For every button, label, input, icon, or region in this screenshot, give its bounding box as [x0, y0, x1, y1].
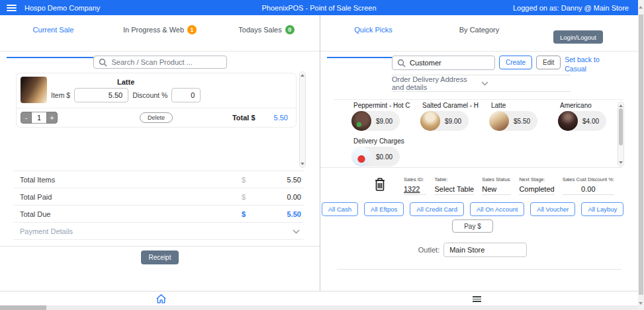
- cart-scroll-area: Latte Item $ Discount % - +: [0, 71, 320, 168]
- page-scrollbar[interactable]: [638, 0, 644, 310]
- delete-item-button[interactable]: Delete: [140, 112, 173, 123]
- product-latte: Latte $5.50: [489, 102, 558, 134]
- receipt-button[interactable]: Receipt: [141, 251, 179, 264]
- outlet-input[interactable]: [443, 243, 527, 257]
- order-delivery-section[interactable]: Order Delivery Address and details: [392, 75, 571, 92]
- tab-todays-sales[interactable]: Todays Sales 0: [213, 15, 320, 44]
- chevron-down-icon: [293, 227, 304, 235]
- all-on-account-button[interactable]: All On Account: [470, 202, 524, 216]
- qty-increase-button[interactable]: +: [46, 112, 58, 124]
- edit-customer-button[interactable]: Edit: [536, 56, 561, 69]
- section-divider: [334, 99, 623, 100]
- all-cash-button[interactable]: All Cash: [322, 202, 358, 216]
- in-progress-count-badge: 1: [187, 25, 197, 34]
- item-total-label: Total $: [232, 114, 255, 122]
- product-button[interactable]: $4.00: [558, 111, 606, 131]
- scroll-thumb[interactable]: [639, 15, 643, 295]
- product-image: [420, 111, 440, 131]
- sales-id-link[interactable]: 1322: [404, 185, 426, 195]
- search-icon: [397, 58, 406, 70]
- company-name: Hospo Demo Company: [24, 4, 100, 12]
- total-paid-value: 0.00: [276, 193, 304, 201]
- cust-discount-input[interactable]: 0.00: [563, 185, 614, 195]
- top-bar: Hospo Demo Company PhoenixPOS - Point of…: [0, 0, 638, 15]
- scroll-down-arrow[interactable]: [619, 161, 623, 164]
- section-divider: [320, 167, 622, 168]
- pos-app: Hospo Demo Company PhoenixPOS - Point of…: [0, 0, 644, 310]
- scroll-thumb[interactable]: [0, 305, 46, 310]
- todays-sales-count-badge: 0: [285, 25, 295, 34]
- product-search-input[interactable]: [93, 56, 227, 69]
- cust-discount-field: Sales Cust Discount %: 0.00: [563, 176, 614, 195]
- cart-scrollbar[interactable]: [299, 71, 306, 168]
- all-eftpos-button[interactable]: All Eftpos: [364, 202, 404, 216]
- payment-details-row[interactable]: Payment Details: [13, 223, 304, 240]
- outlet-row: Outlet:: [320, 243, 625, 257]
- horizontal-scrollbar[interactable]: [0, 305, 638, 310]
- outlet-label: Outlet:: [418, 246, 439, 254]
- item-price-input[interactable]: [74, 88, 128, 102]
- scroll-up-arrow[interactable]: [639, 6, 643, 9]
- next-stage-select[interactable]: Completed: [519, 185, 554, 195]
- customer-row: Create Edit Set back to Casual: [392, 56, 603, 73]
- customer-search-input[interactable]: [392, 56, 495, 70]
- product-button[interactable]: $9.00: [420, 111, 469, 131]
- item-price-label: Item $: [51, 91, 70, 99]
- currency-symbol: $: [242, 210, 276, 218]
- all-voucher-button[interactable]: All Voucher: [530, 202, 575, 216]
- product-americano: Americano $4.00: [558, 102, 627, 134]
- home-icon[interactable]: [156, 293, 167, 307]
- scroll-up-arrow[interactable]: [300, 74, 304, 77]
- sales-id-field: Sales ID: 1322: [404, 176, 426, 195]
- logged-on-status: Logged on as: Danny @ Main Store: [513, 4, 638, 12]
- total-due-value: 5.50: [276, 210, 304, 218]
- total-items-row: Total Items $ 5.50: [13, 171, 304, 188]
- total-due-row: Total Due $ 5.50: [13, 206, 304, 223]
- product-button[interactable]: $5.50: [489, 111, 537, 131]
- login-logout-button[interactable]: Login/Logout: [553, 30, 603, 44]
- left-tabs: Current Sale In Progress & Web 1 Todays …: [0, 15, 320, 44]
- next-stage-field: Next Stage: Completed: [519, 176, 554, 195]
- all-laybuy-button[interactable]: All Laybuy: [581, 202, 623, 216]
- products-scrollbar[interactable]: [618, 102, 624, 167]
- total-paid-row: Total Paid $ 0.00: [13, 188, 304, 206]
- quick-picks-panel: Quick Picks By Category Login/Logout Cre…: [320, 15, 638, 291]
- qty-decrease-button[interactable]: -: [21, 112, 32, 124]
- all-credit-card-button[interactable]: All Credit Card: [410, 202, 464, 216]
- tab-by-category[interactable]: By Category: [426, 15, 532, 44]
- product-delivery-charges: Delivery Charges $0.00: [351, 137, 420, 169]
- set-back-to-casual-link[interactable]: Set back to Casual: [565, 56, 603, 73]
- create-customer-button[interactable]: Create: [499, 56, 532, 69]
- section-divider: [337, 269, 621, 270]
- chevron-down-icon: [481, 79, 571, 87]
- current-sale-panel: Current Sale In Progress & Web 1 Todays …: [0, 15, 320, 291]
- totals-section: Total Items $ 5.50 Total Paid $ 0.00 Tot…: [13, 171, 304, 240]
- tabs-divider: [0, 51, 320, 52]
- tab-in-progress-web[interactable]: In Progress & Web 1: [107, 15, 213, 44]
- pay-button[interactable]: Pay $: [452, 219, 493, 233]
- scroll-down-arrow[interactable]: [639, 302, 643, 305]
- footer-bar: [0, 291, 638, 305]
- tab-quick-picks[interactable]: Quick Picks: [320, 15, 426, 44]
- pre-receipt-divider: [0, 246, 320, 247]
- tabs-divider: [320, 51, 638, 52]
- table-field: Table: Select Table: [434, 176, 474, 195]
- tab-current-sale[interactable]: Current Sale: [0, 15, 107, 44]
- discount-label: Discount %: [132, 91, 167, 99]
- total-items-value: 5.50: [276, 176, 304, 184]
- qty-input[interactable]: [32, 112, 46, 124]
- scroll-thumb[interactable]: [619, 108, 623, 145]
- discount-input[interactable]: [171, 88, 201, 102]
- table-select[interactable]: Select Table: [434, 185, 474, 195]
- scroll-up-arrow[interactable]: [619, 104, 623, 107]
- menu-icon[interactable]: [7, 5, 17, 11]
- search-icon: [99, 58, 107, 69]
- product-button[interactable]: $0.00: [351, 147, 400, 167]
- product-search-row: [0, 56, 320, 69]
- sale-info-row: Sales ID: 1322 Table: Select Table Sales…: [373, 173, 622, 199]
- product-button[interactable]: $9.00: [351, 111, 400, 131]
- footer-menu-icon[interactable]: [473, 296, 481, 302]
- product-image: [489, 111, 509, 131]
- trash-icon[interactable]: [373, 176, 387, 195]
- scroll-down-arrow[interactable]: [300, 163, 304, 165]
